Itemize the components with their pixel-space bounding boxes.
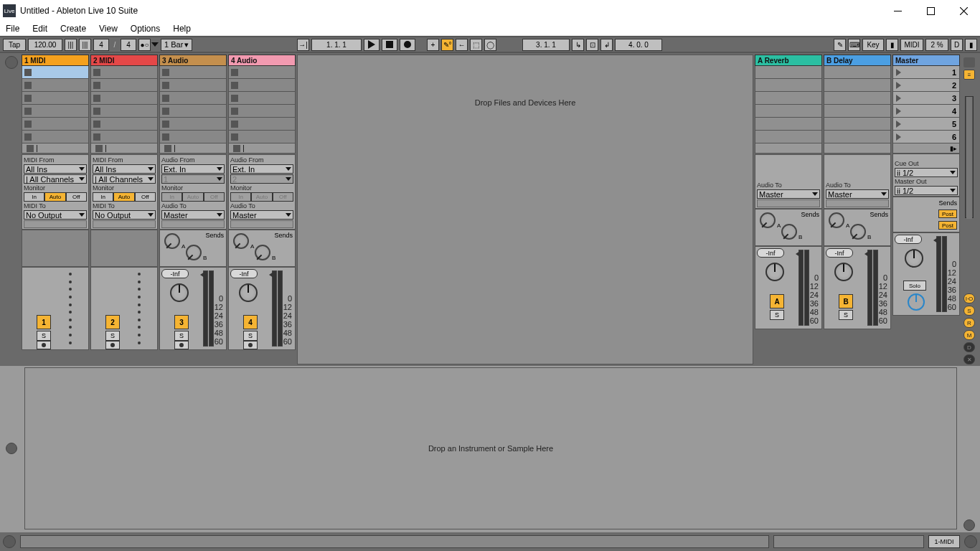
input-type-select[interactable]: All Ins	[93, 164, 156, 174]
maximize-button[interactable]	[914, 0, 947, 22]
clip-stop-row[interactable]	[22, 143, 89, 154]
send-a-knob[interactable]	[760, 212, 776, 228]
loop-start[interactable]: 3. 1. 1	[522, 39, 570, 51]
monitor-auto[interactable]: Auto	[182, 192, 203, 202]
time-sig-den[interactable]: 4	[121, 39, 136, 51]
output-select[interactable]: Master	[161, 210, 225, 220]
output-channel-select[interactable]	[24, 220, 87, 228]
menu-help[interactable]: Help	[173, 24, 191, 34]
master-pan[interactable]	[905, 249, 923, 268]
arm-button[interactable]	[37, 341, 51, 349]
scene-4[interactable]: 4	[892, 105, 960, 118]
menu-create[interactable]: Create	[60, 24, 86, 34]
track-activator[interactable]: 4	[243, 315, 258, 329]
clip-slot[interactable]	[90, 66, 158, 79]
track-title[interactable]: 2 MIDI	[90, 55, 158, 66]
clip-stop-row[interactable]	[159, 143, 227, 154]
input-channel-select[interactable]: 2	[230, 174, 293, 184]
clip-slot[interactable]	[90, 79, 158, 92]
monitor-in[interactable]: In	[93, 192, 113, 202]
send-b-knob[interactable]	[255, 245, 270, 260]
track-activator[interactable]: 1	[37, 315, 51, 329]
pan-knob[interactable]	[170, 283, 189, 302]
monitor-in[interactable]: In	[161, 192, 182, 202]
clip-slot[interactable]	[159, 92, 227, 105]
track-activator[interactable]: B	[839, 294, 853, 309]
punch-out-button[interactable]: ↲	[600, 39, 613, 51]
post-b[interactable]: Post	[938, 221, 957, 230]
quantize-menu[interactable]: 1 Bar▾	[161, 39, 192, 51]
stop-button[interactable]	[382, 39, 397, 51]
clip-slot[interactable]	[159, 66, 227, 79]
output-select[interactable]: No Output	[24, 210, 87, 220]
tap-tempo-button[interactable]: Tap	[3, 39, 26, 51]
clip-slot[interactable]	[228, 105, 296, 118]
output-channel-select[interactable]	[93, 220, 156, 228]
returns-section-toggle[interactable]: R	[963, 318, 975, 328]
clip-slot[interactable]	[228, 92, 296, 105]
scene-2[interactable]: 2	[892, 79, 960, 92]
dev-toggle-right[interactable]	[963, 519, 975, 531]
punch-in-button[interactable]: ↳	[572, 39, 584, 51]
pan-knob[interactable]	[765, 263, 784, 281]
io-section-toggle[interactable]: I·O	[963, 293, 975, 303]
overview-icon[interactable]	[963, 57, 975, 67]
device-drop-area[interactable]: Drop an Instrument or Sample Here	[24, 367, 957, 529]
loop-length[interactable]: 4. 0. 0	[615, 39, 662, 51]
scene-3[interactable]: 3	[892, 92, 960, 105]
clip-slot[interactable]	[90, 118, 158, 131]
input-channel-select[interactable]: 1	[161, 174, 225, 184]
metronome-button[interactable]: ●○	[138, 39, 151, 51]
tempo-nudge-down[interactable]: |||	[65, 39, 77, 51]
return-title[interactable]: B Delay	[824, 55, 891, 66]
computer-midi-keyboard[interactable]: ⌨	[848, 39, 860, 51]
send-a-knob[interactable]	[233, 233, 249, 249]
clip-slot[interactable]	[90, 131, 158, 143]
track-activator[interactable]: 2	[105, 315, 120, 329]
solo-button[interactable]: S	[105, 331, 120, 341]
monitor-off[interactable]: Off	[135, 192, 156, 202]
menu-options[interactable]: Options	[131, 24, 160, 34]
clip-slot[interactable]	[159, 105, 227, 118]
volume-value[interactable]: -Inf	[230, 269, 258, 278]
mixer-section-toggle[interactable]: M	[963, 330, 975, 340]
track-title[interactable]: 3 Audio	[159, 55, 227, 66]
key-map-button[interactable]: Key	[862, 39, 884, 51]
draw-mode-button[interactable]: ✎	[834, 39, 846, 51]
metronome-menu[interactable]	[151, 42, 159, 47]
close-button[interactable]	[947, 0, 980, 22]
output-channel-select[interactable]	[757, 199, 820, 207]
clip-slot[interactable]	[228, 118, 296, 131]
send-b-knob[interactable]	[781, 224, 797, 240]
clip-slot[interactable]	[22, 66, 89, 79]
output-channel-select[interactable]	[230, 220, 293, 228]
send-b-knob[interactable]	[186, 245, 202, 260]
clip-slot[interactable]	[22, 92, 89, 105]
tempo-field[interactable]: 120.00	[28, 39, 62, 51]
clip-stop-row[interactable]	[228, 143, 296, 154]
time-sig-num[interactable]: 4	[93, 39, 109, 51]
track-title[interactable]: 1 MIDI	[22, 55, 89, 66]
input-channel-select[interactable]: | All Channels	[93, 174, 156, 184]
play-button[interactable]	[364, 39, 380, 51]
input-type-select[interactable]: All Ins	[24, 164, 87, 174]
clip-slot[interactable]	[90, 105, 158, 118]
clip-stop-row[interactable]	[90, 143, 158, 154]
scene-6[interactable]: 6	[892, 131, 960, 143]
master-out-select[interactable]: ii 1/2	[895, 186, 958, 195]
volume-value[interactable]: -Inf	[757, 248, 784, 258]
arm-button[interactable]	[174, 341, 189, 349]
clip-slot[interactable]	[22, 79, 89, 92]
output-select[interactable]: Master	[757, 189, 820, 199]
monitor-off[interactable]: Off	[204, 192, 225, 202]
session-scrollbar[interactable]	[965, 96, 974, 218]
status-ind-left[interactable]	[3, 535, 16, 548]
menu-edit[interactable]: Edit	[32, 24, 47, 34]
send-a-knob[interactable]	[829, 212, 844, 228]
midi-map-button[interactable]: MIDI	[900, 39, 923, 51]
automation-arm-button[interactable]: ✎°	[441, 39, 453, 51]
scene-1[interactable]: 1	[892, 66, 960, 79]
track-activator[interactable]: A	[770, 294, 784, 309]
cue-out-select[interactable]: ii 1/2	[895, 168, 958, 177]
menu-view[interactable]: View	[99, 24, 118, 34]
